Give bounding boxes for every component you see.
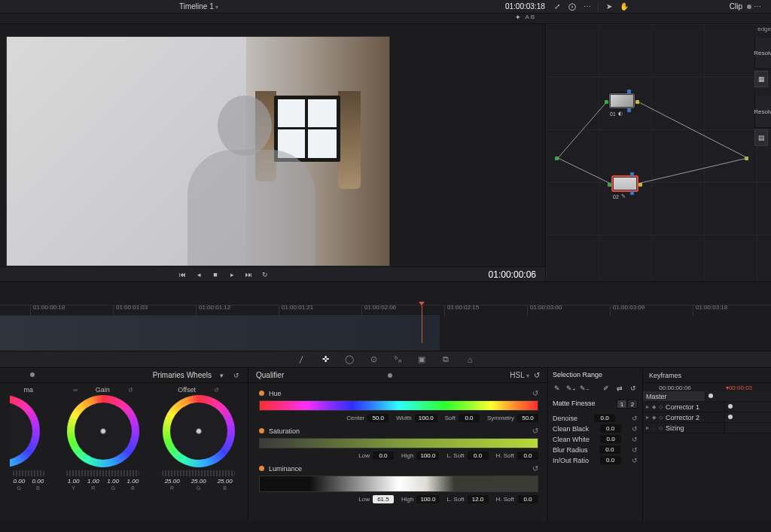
timeline-name[interactable]: Timeline 1	[179, 2, 218, 11]
ab-compare[interactable]: A B	[526, 14, 753, 23]
viewer-overlay-icon[interactable]: ✦	[515, 14, 521, 23]
lum-lsoft[interactable]: 12.0	[468, 495, 489, 503]
viewer[interactable]	[6, 36, 390, 266]
picker-soft-icon[interactable]: ✐	[601, 383, 611, 394]
edge-tab[interactable]: edge	[757, 26, 771, 32]
more-icon[interactable]: ⋯	[581, 1, 593, 13]
tool-stereo-icon[interactable]: ⌂	[463, 353, 477, 366]
step-back-icon[interactable]: ◂	[193, 269, 205, 281]
tool-blur-icon[interactable]: ᵇₐ	[391, 353, 404, 366]
resolve-tab-2-icon[interactable]: ▤	[754, 129, 768, 146]
tool-sizing-icon[interactable]: ⧉	[439, 353, 453, 366]
footer	[0, 521, 771, 532]
offset-reset-icon[interactable]: ↺	[214, 387, 219, 394]
qualifier-title: Qualifier	[256, 371, 284, 379]
pointer-icon[interactable]: ➤	[603, 1, 615, 13]
node-01-label: 01 ◐	[610, 111, 623, 117]
source-port[interactable]	[555, 157, 559, 160]
go-last-icon[interactable]: ⏭	[242, 269, 254, 281]
output-port[interactable]	[745, 157, 748, 160]
lum-high[interactable]: 100.0	[416, 495, 439, 503]
app-header: Timeline 1 01:00:03:18 ⤢ ⨀ ⋯ ➤ ✋ Clip ⋯	[0, 0, 771, 14]
node-02[interactable]: 02 ✎	[612, 176, 638, 191]
matte-tab-2[interactable]: 2	[627, 400, 638, 409]
hue-strip[interactable]	[259, 400, 538, 411]
hue-width[interactable]: 100.0	[415, 414, 437, 422]
matte-cleanblack: Clean Black0.0↺	[553, 424, 638, 433]
wheel-gamma[interactable]: ma 0.00G 0.00B	[10, 386, 47, 491]
wheels-title: Primaries Wheels	[153, 371, 212, 379]
qualifier-page-dot[interactable]	[388, 373, 392, 378]
bypass-icon[interactable]: ⨀	[566, 1, 578, 13]
tool-window-icon[interactable]: ◯	[343, 353, 356, 366]
hue-toggle[interactable]	[259, 391, 264, 396]
lum-strip[interactable]	[259, 476, 538, 492]
node-more-icon[interactable]: ⋯	[751, 1, 763, 13]
timeline-playhead[interactable]	[422, 306, 422, 343]
resolve-tab-1-icon[interactable]: ▦	[754, 71, 768, 87]
hue-sym[interactable]: 50.0	[517, 414, 538, 422]
tool-curves-icon[interactable]: 〳	[294, 353, 308, 366]
lum-reset-icon[interactable]: ↺	[532, 464, 538, 473]
matte-tab-1[interactable]: 1	[617, 400, 627, 409]
play-icon[interactable]: ▸	[226, 269, 238, 281]
wheels-reset-icon[interactable]: ↺	[231, 370, 242, 381]
timeline-ruler[interactable]: 01:00:00:18 01:00:01:03 01:00:01:12 01:0…	[0, 305, 771, 315]
wheel-gain[interactable]: ∞Gain↺ 1.00Y 1.00R 1.00G 1.00B	[63, 386, 142, 491]
picker-reset-icon[interactable]: ↺	[628, 383, 638, 394]
gain-link-icon[interactable]: ∞	[73, 387, 78, 394]
picker-icon[interactable]: ✎	[553, 383, 562, 394]
node-01[interactable]: 01 ◐	[609, 93, 635, 108]
resolve-tab-2[interactable]: Resolv	[754, 96, 771, 128]
lum-toggle[interactable]	[259, 466, 264, 471]
divider	[598, 2, 599, 12]
sat-lsoft[interactable]: 0.0	[468, 451, 489, 460]
tool-qualifier-icon[interactable]: ✜	[318, 353, 332, 366]
hue-label: Hue	[269, 390, 282, 397]
sat-hsoft[interactable]: 0.0	[517, 451, 538, 460]
header-timecode[interactable]: 01:00:03:18	[505, 2, 545, 11]
kf-sizing: ▸◇◇Sizing	[643, 423, 771, 433]
sat-strip[interactable]	[259, 438, 538, 448]
tool-key-icon[interactable]: ▣	[415, 353, 428, 366]
sat-low[interactable]: 0.0	[373, 451, 394, 460]
transport-timecode[interactable]: 01:00:00:06	[489, 269, 536, 280]
wheel-offset[interactable]: Offset↺ 25.00R 25.00G 25.00B	[159, 386, 238, 491]
picker-invert-icon[interactable]: ⇄	[614, 383, 624, 394]
keyframes-ruler[interactable]: 00:00:00:06▾00:00:03	[643, 383, 771, 391]
timeline-clip[interactable]	[0, 315, 440, 351]
viewer-subbar: ✦ A B	[0, 14, 771, 24]
qualifier-mode[interactable]: HSL	[510, 371, 529, 379]
tool-tracker-icon[interactable]: ⊙	[367, 353, 380, 366]
mini-timeline[interactable]: 01:00:00:18 01:00:01:03 01:00:01:12 01:0…	[0, 281, 771, 351]
sat-toggle[interactable]	[259, 428, 264, 433]
wheels-mode-icon[interactable]: ▾	[216, 370, 227, 381]
hue-center[interactable]: 50.0	[367, 414, 389, 422]
picker-sub-icon[interactable]: ✎₋	[580, 383, 590, 394]
hand-icon[interactable]: ✋	[618, 1, 630, 13]
sat-reset-icon[interactable]: ↺	[532, 427, 538, 435]
qualifier-reset-icon[interactable]: ↺	[534, 371, 540, 379]
kf-master: Master	[643, 391, 771, 402]
go-first-icon[interactable]: ⏮	[176, 269, 188, 281]
node-graph[interactable]: edge Resolv ▦ Resolv ▤ 01 ◐ 02 ✎	[545, 24, 771, 281]
hue-soft[interactable]: 0.0	[459, 414, 480, 422]
stop-icon[interactable]: ■	[209, 269, 221, 281]
wheels-page-dot[interactable]	[30, 372, 35, 377]
resolve-tab-1[interactable]: Resolv	[754, 38, 771, 69]
sat-high[interactable]: 100.0	[416, 451, 439, 460]
gain-jog[interactable]	[66, 470, 139, 476]
denoise-reset[interactable]: ↺	[632, 415, 638, 422]
loop-icon[interactable]: ↻	[259, 269, 271, 281]
lum-low[interactable]: 61.5	[373, 495, 394, 503]
picker-add-icon[interactable]: ✎₊	[566, 383, 576, 394]
gamma-jog[interactable]	[13, 470, 44, 476]
hue-reset-icon[interactable]: ↺	[532, 389, 538, 397]
node-clip-label[interactable]: Clip	[730, 2, 742, 11]
matte-blur: Blur Radius0.0↺	[553, 445, 638, 454]
selection-picker-icons: ✎ ✎₊ ✎₋ ✐ ⇄ ↺	[553, 383, 638, 394]
expand-icon[interactable]: ⤢	[551, 1, 563, 13]
gain-reset-icon[interactable]: ↺	[128, 387, 133, 394]
lum-hsoft[interactable]: 0.0	[517, 495, 538, 503]
offset-jog[interactable]	[162, 470, 235, 476]
